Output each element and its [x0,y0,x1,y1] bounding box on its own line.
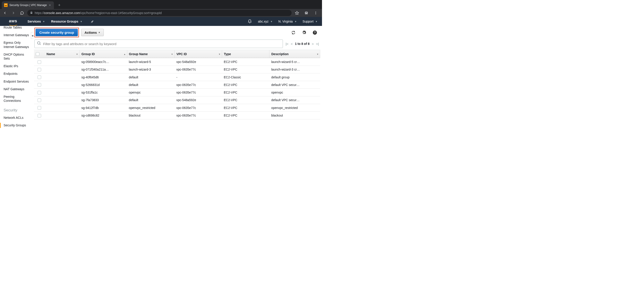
sort-icon: ▾ [172,53,173,55]
caret-down-icon: ▼ [270,20,272,23]
col-type[interactable]: Type [222,50,270,58]
cell-name [45,89,80,96]
pager-next-icon[interactable]: > [312,42,314,46]
refresh-button[interactable] [291,30,296,35]
collapse-sidebar-button[interactable]: ◀ [31,32,34,39]
row-checkbox[interactable] [38,68,41,71]
row-checkbox[interactable] [38,114,41,118]
sidebar-item-nat-gateways[interactable]: NAT Gateways [4,85,31,93]
svg-text:?: ? [314,31,316,34]
sidebar-item-endpoints[interactable]: Endpoints [4,70,31,77]
sidebar-item-dhcp-options[interactable]: DHCP Options Sets [4,51,31,62]
account-menu[interactable]: abc.xyz▼ [258,20,272,23]
col-group-id[interactable]: Group ID▴ [80,50,127,58]
region-menu[interactable]: N. Virginia▼ [278,20,297,23]
col-group-name[interactable]: Group Name▾ [127,50,174,58]
row-checkbox[interactable] [38,60,41,64]
col-vpc-id[interactable]: VPC ID▾ [174,50,222,58]
back-button[interactable] [2,10,8,16]
sidebar-item-network-acls[interactable]: Network ACLs [4,114,31,122]
forward-button[interactable] [10,10,16,16]
pager-prev-icon[interactable]: < [291,42,293,46]
help-button[interactable]: ? [312,30,318,35]
cell-group-name: blackout [127,112,174,119]
select-all-checkbox[interactable] [36,52,39,56]
cell-name [45,104,80,112]
filter-input[interactable] [43,42,280,46]
star-icon[interactable] [294,10,300,16]
svg-point-8 [316,14,316,14]
table-row[interactable]: sg-7fa73833defaultvpc-548a592eEC2-VPCdef… [34,96,320,104]
tab-close-icon[interactable]: × [48,3,52,7]
table-row[interactable]: sg-531ffa1copenvpcvpc-0635e77cEC2-VPCope… [34,89,320,96]
sidebar-item-internet-gateways[interactable]: Internet Gateways [4,31,31,39]
cell-group-name: openvpc [127,89,174,96]
col-group-id-label: Group ID [82,52,95,56]
url-text: https://console.aws.amazon.com/vpc/home?… [35,11,162,15]
resource-groups-menu[interactable]: Resource Groups▼ [51,20,82,23]
create-security-group-button[interactable]: Create security group [36,29,78,36]
url-field[interactable]: https://console.aws.amazon.com/vpc/home?… [27,10,292,16]
services-menu[interactable]: Services▼ [28,20,45,23]
table-row[interactable]: sg-cd698c82blackoutvpc-0635e77cEC2-VPCbl… [34,112,320,119]
sidebar-item-route-tables[interactable]: Route Tables [4,26,31,31]
cell-type: EC2-VPC [222,112,270,119]
sidebar-item-endpoint-services[interactable]: Endpoint Services [4,78,31,85]
reload-button[interactable] [19,10,25,16]
support-menu[interactable]: Support▼ [302,20,318,23]
pin-icon[interactable] [90,20,94,23]
sidebar-collapser: ◀ [31,26,34,143]
col-name[interactable]: Name▾ [45,50,80,58]
sidebar-item-peering[interactable]: Peering Connections [4,93,31,105]
row-checkbox[interactable] [38,83,41,87]
cell-group-id: sg-531ffa1c [80,89,127,96]
filter-box[interactable] [34,39,283,48]
svg-point-6 [316,12,316,12]
table-row[interactable]: sg-058900eacc7c…launch-wizard-5vpc-548a5… [34,58,320,66]
row-checkbox[interactable] [38,106,41,110]
sort-asc-icon: ▴ [124,53,125,55]
pager-last-icon[interactable]: >| [316,42,319,46]
cell-group-id: sg-cd698c82 [80,112,127,119]
services-label: Services [28,20,41,23]
incognito-icon[interactable] [303,10,310,16]
cell-name [45,58,80,66]
menu-icon[interactable] [312,10,319,16]
actions-dropdown[interactable]: Actions▼ [81,29,104,36]
sidebar-item-security-groups[interactable]: Security Groups [4,122,31,129]
new-tab-button[interactable]: + [56,2,62,8]
sidebar-item-egress-only-igw[interactable]: Egress Only Internet Gateways [4,39,31,50]
tab-title: Security Groups | VPC Manage [10,3,47,7]
svg-rect-1 [5,4,7,6]
cell-group-name: default [127,96,174,104]
pager-first-icon[interactable]: |< [286,42,288,46]
table-row[interactable]: sg-9412f7dbopenvpc_restrictedvpc-0635e77… [34,104,320,112]
notifications-icon[interactable] [248,19,252,24]
cell-description: openvpc [270,89,320,96]
table-row[interactable]: sg-071f340a211a…launch-wizard-3vpc-0635e… [34,66,320,73]
table-row[interactable]: sg-5266831ddefaultvpc-0635e77cEC2-VPCdef… [34,81,320,89]
cell-name [45,96,80,104]
cell-group-id: sg-071f340a211a… [80,66,127,73]
cell-description: launch-wizard-3 cr… [270,66,320,73]
svg-point-5 [306,13,308,14]
aws-logo[interactable]: aws [9,19,17,24]
cell-type: EC2-VPC [222,96,270,104]
browser-chrome: Security Groups | VPC Manage × + https:/… [0,0,322,17]
action-bar: Create security group Actions▼ ? [34,26,320,39]
row-checkbox[interactable] [38,99,41,102]
cell-vpc-id: vpc-0635e77c [174,89,222,96]
select-all-cell[interactable] [34,50,45,58]
cell-group-id: sg-40f645d6 [80,73,127,81]
browser-tab[interactable]: Security Groups | VPC Manage × [2,1,54,9]
row-checkbox[interactable] [38,75,41,79]
settings-button[interactable] [302,30,307,35]
row-checkbox[interactable] [38,91,41,94]
tutorial-highlight: Create security group [34,28,79,37]
col-description[interactable]: Description▾ [270,50,320,58]
cell-type: EC2-VPC [222,104,270,112]
svg-point-7 [316,13,316,13]
table-row[interactable]: sg-40f645d6default-EC2-Classicdefault gr… [34,73,320,81]
main-content: Create security group Actions▼ ? |< < 1 … [34,26,322,143]
sidebar-item-elastic-ips[interactable]: Elastic IPs [4,62,31,70]
